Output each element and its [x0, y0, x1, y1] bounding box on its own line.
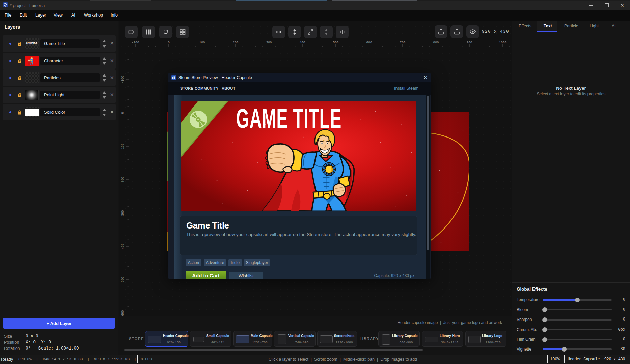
svg-text:900: 900: [466, 41, 472, 44]
svg-text:-100: -100: [132, 41, 139, 44]
svg-text:500: 500: [121, 277, 125, 282]
svg-text:0: 0: [121, 112, 125, 114]
svg-text:500: 500: [333, 41, 338, 44]
svg-text:200: 200: [232, 41, 238, 44]
svg-text:300: 300: [121, 210, 125, 216]
svg-text:0: 0: [168, 41, 170, 44]
svg-text:600: 600: [121, 310, 125, 316]
svg-text:100: 100: [121, 143, 125, 149]
svg-text:-100: -100: [121, 75, 125, 83]
svg-text:400: 400: [299, 41, 305, 44]
svg-text:800: 800: [433, 41, 439, 44]
svg-text:700: 700: [400, 41, 405, 44]
svg-text:400: 400: [121, 243, 125, 249]
svg-text:1000: 1000: [499, 41, 507, 44]
svg-text:100: 100: [199, 41, 205, 44]
svg-text:300: 300: [266, 41, 272, 44]
svg-text:600: 600: [366, 41, 372, 44]
svg-text:GAME TITLE: GAME TITLE: [236, 104, 341, 134]
svg-text:200: 200: [121, 177, 125, 182]
